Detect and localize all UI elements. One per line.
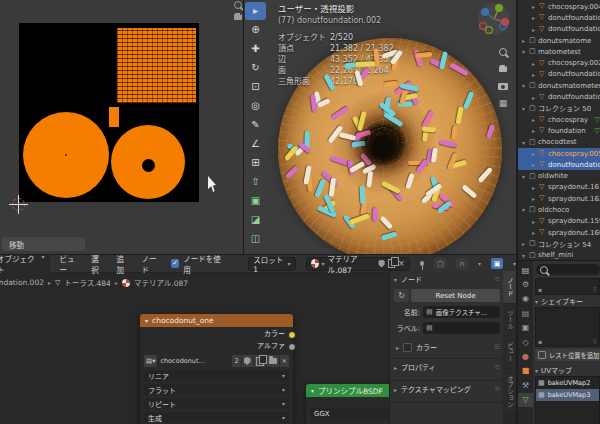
outliner-item[interactable]: ▸▽donutfoundation.0	[518, 159, 600, 170]
outliner-item[interactable]: ▸▽chocospray.002	[518, 57, 600, 68]
unlink-close-button[interactable]: ×	[280, 355, 289, 367]
tool-select-box-button[interactable]: ▸	[245, 2, 266, 20]
reset-node-button[interactable]: Reset Node	[411, 289, 500, 302]
tool-loop-cut-button[interactable]: ◫	[245, 230, 266, 248]
expand-icon[interactable]: ▸	[532, 195, 539, 202]
overlays-toggle-icon[interactable]: ▣	[491, 258, 503, 269]
socket-icon[interactable]	[288, 343, 296, 351]
menu-1[interactable]: 選択	[91, 254, 104, 275]
snap-magnet-icon[interactable]: ∩	[456, 258, 468, 269]
outliner-item[interactable]: ▸▽donutfoundation.0	[518, 69, 600, 80]
viewport-pan-hand-icon[interactable]	[499, 65, 507, 74]
pan-hand-icon[interactable]	[234, 13, 242, 22]
collapse-icon[interactable]: ▾	[522, 48, 529, 55]
tool-measure-button[interactable]: ∠	[245, 135, 266, 153]
expand-icon[interactable]: ▸	[532, 71, 539, 78]
checkbox-icon[interactable]	[403, 343, 412, 352]
expand-icon[interactable]: ▸	[532, 116, 539, 123]
image-browse-icon[interactable]: ▤▾	[144, 355, 157, 367]
tab-view-layer[interactable]: ▣	[518, 321, 533, 335]
tab-object[interactable]: ■	[518, 364, 533, 378]
tool-extrude-button[interactable]: ⇧	[245, 173, 266, 191]
expand-icon[interactable]: ▸	[522, 37, 529, 44]
image-option-dropdown[interactable]: リニア▾	[144, 370, 289, 381]
image-option-dropdown[interactable]: フラット▾	[144, 384, 289, 395]
outliner-item[interactable]: ▸▽spraydonut.162	[518, 193, 600, 204]
node-panel-header[interactable]: ▾ ノード ≡	[390, 271, 504, 286]
tab-tool[interactable]: ⚙	[518, 277, 533, 291]
expand-icon[interactable]: ▸	[532, 60, 539, 67]
sidebar-tab-ビュー[interactable]: ビュー	[503, 336, 516, 368]
expand-icon[interactable]: ▸	[532, 184, 539, 191]
add-rest-position-button[interactable]: レスト位置を追加	[535, 349, 600, 361]
outliner-item[interactable]: ▸▽foundation▽	[518, 125, 600, 136]
fake-user-copy-icon[interactable]	[388, 259, 395, 268]
open-folder-button[interactable]	[267, 355, 279, 367]
sidebar-tab-オプション[interactable]: オプション	[503, 369, 516, 414]
tool-move-button[interactable]: ✚	[245, 40, 266, 58]
outliner-item[interactable]: ▸▽donutfoundation	[518, 12, 600, 23]
copy-button[interactable]	[254, 355, 266, 367]
material-slot-dropdown[interactable]: スロット1 ▾	[248, 257, 295, 271]
collapse-icon[interactable]: ▾	[311, 387, 314, 394]
tool-scale-button[interactable]: ⊡	[245, 78, 266, 96]
shield-button[interactable]	[242, 355, 253, 367]
outliner-item[interactable]: ▸▢コレクション 54	[518, 238, 600, 249]
image-texture-node[interactable]: ▾ chocodonut_one カラーアルファ ▤▾ chocodonut..…	[140, 314, 293, 424]
tab-world[interactable]: ●	[518, 349, 533, 363]
collapse-icon[interactable]: ▾	[145, 317, 148, 324]
image-option-dropdown[interactable]: リピート▾	[144, 398, 289, 409]
tool-transform-button[interactable]: ◎	[245, 97, 266, 115]
uv-maps-panel-header[interactable]: ▾ UVマップ	[535, 365, 572, 375]
outliner-item[interactable]: ▸▽chocospray.004	[518, 1, 600, 12]
collapse-icon[interactable]: ▾	[522, 173, 529, 180]
collapse-icon[interactable]: ▾	[522, 105, 529, 112]
outliner-item[interactable]: ▾▢donutsmatometest	[518, 80, 600, 91]
viewport-ortho-grid-icon[interactable]: ▦	[499, 99, 508, 108]
uv-image-canvas[interactable]	[19, 23, 199, 202]
collapse-icon[interactable]: ▾	[522, 82, 529, 89]
uv-map-item[interactable]: ▦bakeUVMap3	[536, 389, 599, 401]
color-subpanel[interactable]: ▸ カラー ☰	[396, 342, 500, 352]
move-operator-panel[interactable]: 移動	[2, 237, 85, 251]
node-name-field[interactable]: ▤ 画像テクスチャ...	[423, 306, 500, 318]
uv-island-rect[interactable]	[109, 107, 119, 127]
collapse-icon[interactable]: ▾	[522, 252, 529, 259]
image-node-header[interactable]: ▾ chocodonut_one	[140, 314, 293, 327]
outliner-item[interactable]: ▸▽spraydonut.161	[518, 182, 600, 193]
shading-mode-dropdown[interactable]: オブジェクト ▾	[0, 254, 50, 277]
viewport-zoom-icon[interactable]	[499, 48, 507, 56]
expand-icon[interactable]: ▸	[532, 14, 539, 21]
refresh-icon[interactable]: ↻	[394, 289, 409, 302]
menu-2[interactable]: 追加	[116, 254, 129, 275]
collapse-icon[interactable]: ▾	[522, 139, 529, 146]
node-label-field[interactable]: ▤	[423, 322, 500, 334]
expand-icon[interactable]: ▸	[532, 127, 539, 134]
tool-inset-faces-button[interactable]: ▣	[245, 192, 266, 210]
expand-icon[interactable]: ▸	[532, 150, 539, 157]
collapse-icon[interactable]: ▾	[522, 206, 529, 213]
tab-scene[interactable]: ◇	[518, 335, 533, 349]
menu-0[interactable]: ビュー	[60, 254, 80, 275]
outliner-item[interactable]: ▸▽chocospray.005	[518, 148, 600, 159]
tool-bevel-button[interactable]: ◪	[245, 211, 266, 229]
sidebar-tab-ツール[interactable]: ツール	[503, 304, 516, 336]
outliner-item[interactable]: ▾▢コレクション 50	[518, 103, 600, 114]
shape-keys-panel-header[interactable]: ▾ シェイプキー	[535, 296, 583, 306]
menu-3[interactable]: ノード	[141, 254, 161, 275]
outliner-item[interactable]: ▾▢oldwhite	[518, 170, 600, 181]
editor-type-icon[interactable]: ▤	[518, 263, 533, 277]
material-datablock-selector[interactable]: ▾ マテリアル.087 ×	[306, 257, 410, 271]
tab-output[interactable]: ▤	[518, 306, 533, 320]
tab-render[interactable]: ◉	[518, 292, 533, 306]
users-count-button[interactable]: 2	[232, 355, 240, 367]
expand-icon[interactable]: ▸	[532, 161, 539, 168]
breadcrumb-item[interactable]: マテリアル.087	[134, 277, 188, 288]
uv-island-sprinkles[interactable]	[117, 28, 196, 103]
outliner-item[interactable]: ▸▽chocospray▽	[518, 114, 600, 125]
expand-icon[interactable]: ▸	[532, 229, 539, 236]
tool-annotate-button[interactable]: ✎	[245, 116, 266, 134]
viewport-camera-icon[interactable]	[498, 83, 508, 90]
tool-add-cube-button[interactable]: ⊞	[245, 154, 266, 172]
expand-icon[interactable]: ▸	[532, 218, 539, 225]
